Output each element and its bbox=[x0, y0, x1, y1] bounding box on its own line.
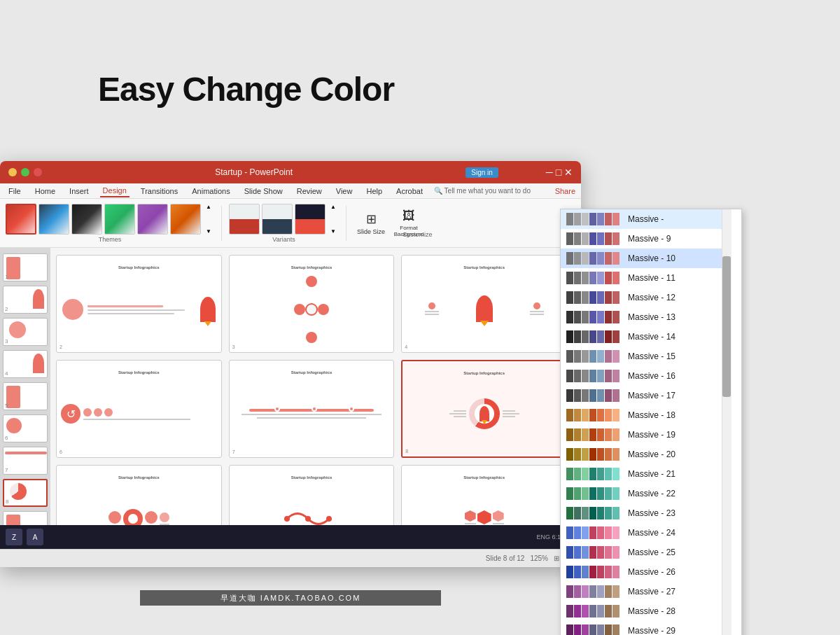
slide-6-items: ↺ bbox=[61, 376, 217, 452]
theme-row-9[interactable]: Massive - 17 bbox=[561, 386, 732, 405]
slide-4-title: Startup Infographics bbox=[463, 265, 505, 270]
tab-slideshow[interactable]: Slide Show bbox=[241, 186, 286, 197]
slide-num-4: 4 bbox=[405, 344, 407, 349]
tab-transitions[interactable]: Transitions bbox=[138, 186, 181, 197]
slide-3[interactable]: Startup Infographics 3 bbox=[229, 255, 395, 353]
slide-4-items bbox=[406, 271, 562, 347]
slide-num-8: 8 bbox=[405, 449, 408, 454]
slide-2-rocket bbox=[200, 297, 216, 322]
format-bg-icon: 🖼 bbox=[402, 209, 415, 223]
theme-name-6: Massive - 14 bbox=[628, 332, 726, 342]
search-box[interactable]: 🔍 Tell me what you want to do bbox=[434, 187, 531, 195]
slide-8[interactable]: Startup Infographics bbox=[401, 360, 567, 458]
svg-point-2 bbox=[326, 516, 332, 522]
scroll-thumb[interactable] bbox=[722, 256, 731, 397]
theme-row-11[interactable]: Massive - 19 bbox=[561, 425, 732, 445]
slide-6[interactable]: Startup Infographics ↺ 6 bbox=[56, 360, 222, 458]
tab-review[interactable]: Review bbox=[294, 186, 325, 197]
slide-num-2: 2 bbox=[59, 344, 62, 349]
theme-swatch-3[interactable] bbox=[71, 204, 102, 235]
tab-acrobat[interactable]: Acrobat bbox=[393, 186, 426, 197]
ribbon-content: ▲ ▼ Themes ▲ ▼ Variants bbox=[0, 199, 581, 248]
close-button[interactable] bbox=[34, 168, 42, 176]
title-bar: Startup - PowerPoint Sign in ─ □ ✕ bbox=[0, 161, 581, 183]
themes-section: ▲ ▼ Themes bbox=[6, 204, 214, 243]
slide-num-7: 7 bbox=[232, 449, 235, 454]
theme-row-18[interactable]: Massive - 26 bbox=[561, 562, 732, 582]
theme-row-14[interactable]: Massive - 22 bbox=[561, 484, 732, 503]
variants-label: Variants bbox=[272, 236, 295, 243]
maximize-button[interactable] bbox=[21, 168, 29, 176]
theme-name-8: Massive - 16 bbox=[628, 371, 726, 381]
theme-name-3: Massive - 11 bbox=[628, 273, 726, 283]
slide-7[interactable]: Startup Infographics 7 bbox=[229, 360, 395, 458]
theme-name-15: Massive - 23 bbox=[628, 508, 726, 518]
variant-3[interactable] bbox=[295, 204, 326, 235]
theme-swatch-2[interactable] bbox=[38, 204, 69, 235]
theme-name-17: Massive - 25 bbox=[628, 547, 726, 557]
theme-row-6[interactable]: Massive - 14 bbox=[561, 327, 732, 347]
theme-row-21[interactable]: Massive - 29 bbox=[561, 621, 732, 635]
theme-row-12[interactable]: Massive - 20 bbox=[561, 445, 732, 464]
slide-7-timeline bbox=[234, 376, 390, 452]
zoom-level: 125% bbox=[530, 554, 548, 562]
theme-row-13[interactable]: Massive - 21 bbox=[561, 464, 732, 484]
slide-4[interactable]: Startup Infographics bbox=[401, 255, 567, 353]
theme-name-10: Massive - 18 bbox=[628, 410, 726, 420]
theme-row-16[interactable]: Massive - 24 bbox=[561, 523, 732, 543]
theme-name-4: Massive - 12 bbox=[628, 293, 726, 302]
share-button[interactable]: Share bbox=[555, 187, 575, 195]
theme-name-20: Massive - 28 bbox=[628, 606, 726, 616]
ribbon-divider-1 bbox=[221, 206, 222, 241]
panel-inner: Massive -Massive - 9Massive - 10Massive … bbox=[561, 209, 732, 635]
theme-name-9: Massive - 17 bbox=[628, 391, 726, 400]
theme-name-19: Massive - 27 bbox=[628, 587, 726, 596]
theme-row-10[interactable]: Massive - 18 bbox=[561, 405, 732, 425]
theme-row-17[interactable]: Massive - 25 bbox=[561, 543, 732, 562]
slide-2[interactable]: Startup Infographics 2 bbox=[56, 255, 222, 353]
theme-row-19[interactable]: Massive - 27 bbox=[561, 582, 732, 601]
theme-swatch-5[interactable] bbox=[137, 204, 168, 235]
slide-7-title: Startup Infographics bbox=[291, 370, 332, 375]
svg-point-0 bbox=[284, 516, 290, 522]
tab-view[interactable]: View bbox=[333, 186, 356, 197]
theme-row-0[interactable]: Massive - bbox=[561, 209, 732, 229]
tab-insert[interactable]: Insert bbox=[66, 186, 92, 197]
slide-11-title: Startup Infographics bbox=[291, 475, 332, 480]
taskbar-icon-1[interactable]: Z bbox=[6, 529, 22, 545]
taskbar-icon-2[interactable]: A bbox=[27, 529, 43, 545]
slide-7-content: Startup Infographics 7 bbox=[230, 361, 394, 457]
window-title: Startup - PowerPoint bbox=[42, 167, 465, 177]
theme-row-8[interactable]: Massive - 16 bbox=[561, 366, 732, 386]
theme-row-2[interactable]: Massive - 10 bbox=[561, 249, 732, 268]
theme-swatch-6[interactable] bbox=[170, 204, 201, 235]
themes-label: Themes bbox=[99, 236, 122, 243]
theme-row-20[interactable]: Massive - 28 bbox=[561, 601, 732, 621]
tab-animations[interactable]: Animations bbox=[189, 186, 232, 197]
theme-row-7[interactable]: Massive - 15 bbox=[561, 347, 732, 366]
theme-row-15[interactable]: Massive - 23 bbox=[561, 503, 732, 523]
tab-help[interactable]: Help bbox=[363, 186, 385, 197]
tab-design[interactable]: Design bbox=[100, 185, 130, 197]
variant-scroll[interactable]: ▲ ▼ bbox=[328, 204, 339, 235]
slide-3-content: Startup Infographics 3 bbox=[230, 256, 394, 352]
panel-scrollbar[interactable] bbox=[722, 209, 732, 635]
theme-row-3[interactable]: Massive - 11 bbox=[561, 268, 732, 288]
theme-row-1[interactable]: Massive - 9 bbox=[561, 229, 732, 249]
theme-name-12: Massive - 20 bbox=[628, 449, 726, 459]
slide-size-label: Slide Size bbox=[357, 228, 385, 235]
theme-swatch-4[interactable] bbox=[104, 204, 135, 235]
slide-size-button[interactable]: ⊞ Slide Size bbox=[354, 208, 388, 239]
slide-8-title: Startup Infographics bbox=[463, 371, 505, 375]
sign-in-button[interactable]: Sign in bbox=[465, 167, 498, 178]
theme-active-swatch[interactable] bbox=[6, 204, 36, 235]
variant-1[interactable] bbox=[229, 204, 260, 235]
minimize-button[interactable] bbox=[8, 168, 17, 176]
theme-row-5[interactable]: Massive - 13 bbox=[561, 307, 732, 327]
tab-file[interactable]: File bbox=[6, 186, 24, 197]
theme-name-11: Massive - 19 bbox=[628, 430, 726, 440]
tab-home[interactable]: Home bbox=[32, 186, 58, 197]
theme-row-4[interactable]: Massive - 12 bbox=[561, 288, 732, 307]
variant-2[interactable] bbox=[262, 204, 293, 235]
theme-scroll[interactable]: ▲ ▼ bbox=[203, 204, 214, 235]
